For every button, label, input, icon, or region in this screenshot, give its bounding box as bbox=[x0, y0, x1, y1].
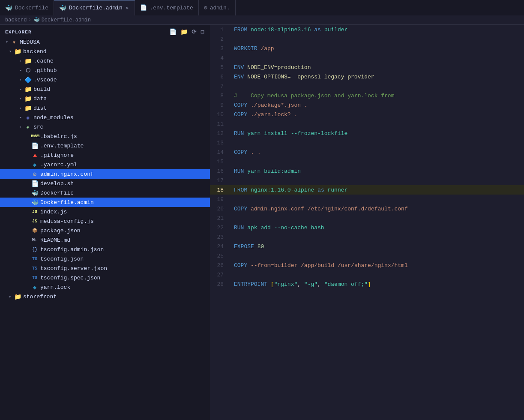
new-file-button[interactable]: 📄 bbox=[169, 28, 177, 36]
sidebar-item-tsconfig-spec[interactable]: TS tsconfig.spec.json bbox=[0, 273, 210, 282]
sidebar-label-vscode: .vscode bbox=[33, 77, 57, 83]
explorer-header: EXPLORER 📄 📁 ⟳ ⊟ bbox=[0, 25, 210, 37]
sidebar-label-develop-sh: develop.sh bbox=[40, 180, 74, 187]
gitignore-icon: 🔺 bbox=[31, 152, 39, 159]
tab-admin-nginx[interactable]: ⚙ admin. bbox=[199, 0, 236, 15]
github-icon: ⬡ bbox=[24, 67, 32, 74]
sidebar-item-dockerfile[interactable]: 🐳 Dockerfile bbox=[0, 188, 210, 198]
breadcrumb: backend > 🐳 Dockerfile.admin bbox=[0, 15, 524, 25]
sidebar-item-nodemodules[interactable]: ◉ node_modules bbox=[0, 113, 210, 122]
chevron-backend bbox=[7, 49, 14, 54]
sidebar-item-develop-sh[interactable]: 📄 develop.sh bbox=[0, 179, 210, 188]
tab-close-button[interactable]: ✕ bbox=[125, 5, 130, 11]
sidebar-label-env-template: .env.template bbox=[40, 143, 84, 149]
line-code: ENTRYPOINT ["nginx", "-g", "daemon off;"… bbox=[231, 279, 524, 289]
line-code: EXPOSE 80 bbox=[231, 242, 524, 251]
line-number: 19 bbox=[210, 195, 231, 204]
sidebar-item-yarnlock[interactable]: ◆ yarn.lock bbox=[0, 282, 210, 292]
sidebar-item-build[interactable]: 📁 build bbox=[0, 84, 210, 94]
sidebar-label-yarnrc: .yarnrc.yml bbox=[40, 162, 77, 168]
sidebar-item-tsconfig-admin[interactable]: {} tsconfig.admin.json bbox=[0, 245, 210, 254]
sidebar-item-yarnrc[interactable]: ◆ .yarnrc.yml bbox=[0, 160, 210, 169]
sidebar-item-tsconfig-server[interactable]: TS tsconfig.server.json bbox=[0, 264, 210, 273]
chevron-storefront bbox=[7, 294, 14, 299]
sidebar-item-package-json[interactable]: 📦 package.json bbox=[0, 226, 210, 235]
sidebar-label-readme: README.md bbox=[40, 237, 70, 243]
sidebar-item-backend[interactable]: 📁 backend bbox=[0, 47, 210, 56]
main-layout: EXPLORER 📄 📁 ⟳ ⊟ ▾ MEDUSA 📁 backend bbox=[0, 25, 524, 420]
sidebar-label-tsconfig-admin: tsconfig.admin.json bbox=[40, 246, 104, 253]
sidebar-label-nodemodules: node_modules bbox=[33, 114, 74, 121]
folder-icon-medusa: ▾ bbox=[10, 39, 18, 46]
line-code bbox=[231, 53, 524, 63]
collapse-button[interactable]: ⊟ bbox=[201, 28, 205, 36]
explorer-title-text: EXPLORER bbox=[5, 30, 169, 35]
line-code: COPY ./package*.json . bbox=[231, 100, 524, 110]
sidebar-item-env-template[interactable]: 📄 .env.template bbox=[0, 141, 210, 150]
sidebar-label-src: src bbox=[33, 124, 43, 130]
sidebar-item-medusa-root[interactable]: ▾ MEDUSA bbox=[0, 37, 210, 47]
line-number: 11 bbox=[210, 119, 231, 129]
line-number: 17 bbox=[210, 176, 231, 185]
new-folder-button[interactable]: 📁 bbox=[180, 28, 188, 36]
sidebar-item-vscode[interactable]: 🔷 .vscode bbox=[0, 75, 210, 84]
md-icon: M↓ bbox=[31, 238, 39, 243]
tabs-bar: 🐳 Dockerfile 🐳 Dockerfile.admin ✕ 📄 .env… bbox=[0, 0, 524, 15]
sidebar-label-build: build bbox=[33, 86, 50, 93]
sidebar-label-dockerfile-admin: Dockerfile.admin bbox=[40, 199, 94, 206]
chevron-cache bbox=[17, 58, 24, 63]
tab-env-template[interactable]: 📄 .env.template bbox=[135, 0, 198, 15]
sidebar-item-dockerfile-admin[interactable]: 🐳 Dockerfile.admin bbox=[0, 198, 210, 207]
line-code: RUN yarn install --frozen-lockfile bbox=[231, 129, 524, 138]
src-icon: ◈ bbox=[24, 124, 32, 130]
sidebar-label-dist: dist bbox=[33, 105, 47, 111]
line-code bbox=[231, 213, 524, 223]
sidebar-item-babelrc[interactable]: BABEL .babelrc.js bbox=[0, 132, 210, 141]
line-number: 10 bbox=[210, 110, 231, 119]
docker-icon-admin: 🐳 bbox=[31, 199, 39, 206]
line-number: 16 bbox=[210, 166, 231, 176]
sidebar-item-src[interactable]: ◈ src bbox=[0, 122, 210, 132]
sidebar-item-medusa-config[interactable]: JS medusa-config.js bbox=[0, 216, 210, 226]
sidebar-label-yarnlock: yarn.lock bbox=[40, 284, 70, 291]
sidebar-label-index-js: index.js bbox=[40, 209, 67, 215]
line-number: 2 bbox=[210, 34, 231, 44]
env-icon: 📄 bbox=[31, 142, 39, 150]
line-number: 15 bbox=[210, 157, 231, 166]
sidebar-item-gitignore[interactable]: 🔺 .gitignore bbox=[0, 150, 210, 160]
sidebar-label-backend: backend bbox=[23, 48, 47, 55]
line-code: RUN yarn build:admin bbox=[231, 166, 524, 176]
line-code bbox=[231, 195, 524, 204]
folder-icon-dist: 📁 bbox=[24, 105, 32, 112]
sidebar-item-cache[interactable]: 📁 .cache bbox=[0, 56, 210, 66]
line-number: 14 bbox=[210, 147, 231, 157]
breadcrumb-path: backend bbox=[5, 17, 27, 23]
refresh-button[interactable]: ⟳ bbox=[192, 28, 197, 36]
line-code: # Copy medusa package.json and yarn.lock… bbox=[231, 91, 524, 100]
code-editor[interactable]: 1FROM node:18-alpine3.16 as builder2 3WO… bbox=[210, 25, 524, 420]
folder-icon-build: 📁 bbox=[24, 86, 32, 93]
sidebar-label-tsconfig-spec: tsconfig.spec.json bbox=[40, 275, 100, 281]
line-number: 22 bbox=[210, 223, 231, 232]
line-number: 27 bbox=[210, 270, 231, 279]
line-code: ENV NODE_ENV=production bbox=[231, 63, 524, 72]
sidebar-item-tsconfig[interactable]: TS tsconfig.json bbox=[0, 254, 210, 264]
sidebar-item-readme[interactable]: M↓ README.md bbox=[0, 235, 210, 245]
sidebar-item-index-js[interactable]: JS index.js bbox=[0, 207, 210, 216]
tab-dockerfile-admin[interactable]: 🐳 Dockerfile.admin ✕ bbox=[54, 0, 135, 15]
sidebar-label-cache: .cache bbox=[33, 58, 54, 64]
sidebar-item-admin-nginx[interactable]: ⚙ admin.nginx.conf bbox=[0, 169, 210, 179]
sidebar-item-dist[interactable]: 📁 dist bbox=[0, 103, 210, 113]
js-icon-index: JS bbox=[31, 210, 39, 214]
tab-dockerfile[interactable]: 🐳 Dockerfile bbox=[0, 0, 54, 15]
breadcrumb-docker-icon: 🐳 bbox=[33, 17, 40, 23]
sidebar-item-storefront[interactable]: 📁 storefront bbox=[0, 292, 210, 301]
sidebar-item-github[interactable]: ⬡ .github bbox=[0, 66, 210, 75]
sidebar-label-tsconfig: tsconfig.json bbox=[40, 256, 84, 262]
explorer-actions: 📄 📁 ⟳ ⊟ bbox=[169, 28, 205, 36]
line-code: FROM nginx:1.16.0-alpine as runner bbox=[231, 185, 524, 195]
sidebar-item-data[interactable]: 📁 data bbox=[0, 94, 210, 103]
line-number: 6 bbox=[210, 72, 231, 81]
sidebar-label-babelrc: .babelrc.js bbox=[40, 133, 77, 140]
tab-admin-nginx-label: admin. bbox=[210, 5, 230, 11]
